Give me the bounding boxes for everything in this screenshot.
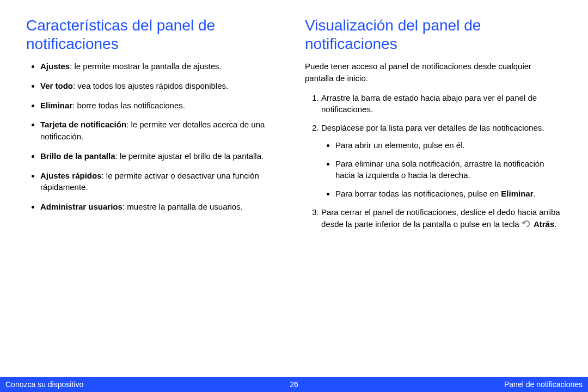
sub-list: Para abrir un elemento, pulse en él. Par… xyxy=(321,139,562,200)
list-item: Eliminar: borre todas las notificaciones… xyxy=(40,100,283,112)
right-column: Visualización del panel de notificacione… xyxy=(305,16,562,236)
list-item: Ajustes rápidos: le permite activar o de… xyxy=(40,170,283,194)
right-heading: Visualización del panel de notificacione… xyxy=(305,16,562,53)
list-item: Brillo de la pantalla: le permite ajusta… xyxy=(40,150,283,162)
list-item: Administrar usuarios: muestre la pantall… xyxy=(40,201,283,213)
step-item: Arrastre la barra de estado hacia abajo … xyxy=(321,92,562,116)
content-columns: Características del panel de notificacio… xyxy=(0,0,588,236)
item-desc: : muestre la pantalla de usuarios. xyxy=(122,202,243,211)
footer-page-number: 26 xyxy=(290,380,298,389)
item-desc: : borre todas las notificaciones. xyxy=(72,101,185,110)
page-container: Características del panel de notificacio… xyxy=(0,0,588,392)
sub-text-post: . xyxy=(534,189,536,198)
sub-text-pre: Para borrar todas las notificaciones, pu… xyxy=(335,189,501,198)
list-item: Tarjeta de notificación: le permite ver … xyxy=(40,119,283,143)
item-term: Ajustes xyxy=(40,62,70,71)
item-desc: : le permite ajustar el brillo de la pan… xyxy=(115,151,264,161)
footer-section-name: Conozca su dispositivo xyxy=(5,380,83,389)
item-desc: : le permite mostrar la pantalla de ajus… xyxy=(70,62,221,71)
step-item: Para cerrar el panel de notificaciones, … xyxy=(321,206,562,230)
intro-paragraph: Puede tener acceso al panel de notificac… xyxy=(305,60,562,84)
item-term: Administrar usuarios xyxy=(40,202,122,211)
item-term: Brillo de la pantalla xyxy=(40,151,115,161)
list-item: Ajustes: le permite mostrar la pantalla … xyxy=(40,60,283,72)
step-text-post: . xyxy=(554,219,556,229)
item-term: Eliminar xyxy=(40,101,72,110)
sub-text-bold: Eliminar xyxy=(501,189,533,198)
steps-list: Arrastre la barra de estado hacia abajo … xyxy=(305,92,562,230)
left-column: Características del panel de notificacio… xyxy=(26,16,283,236)
page-footer: Conozca su dispositivo 26 Panel de notif… xyxy=(0,377,588,392)
item-term: Ajustes rápidos xyxy=(40,171,102,180)
sub-item: Para abrir un elemento, pulse en él. xyxy=(335,139,562,151)
step-text-bold: Atrás xyxy=(534,219,554,229)
item-term: Tarjeta de notificación xyxy=(40,120,126,129)
features-list: Ajustes: le permite mostrar la pantalla … xyxy=(26,60,283,213)
list-item: Ver todo: vea todos los ajustes rápidos … xyxy=(40,80,283,92)
step-text: Desplácese por la lista para ver detalle… xyxy=(321,123,544,132)
footer-topic-name: Panel de notificaciones xyxy=(504,380,583,389)
back-icon xyxy=(522,219,531,228)
item-term: Ver todo xyxy=(40,81,73,90)
item-desc: : vea todos los ajustes rápidos disponib… xyxy=(73,81,228,90)
sub-item: Para eliminar una sola notificación, arr… xyxy=(335,158,562,182)
left-heading: Características del panel de notificacio… xyxy=(26,16,283,53)
sub-item: Para borrar todas las notificaciones, pu… xyxy=(335,188,562,200)
step-item: Desplácese por la lista para ver detalle… xyxy=(321,122,562,200)
